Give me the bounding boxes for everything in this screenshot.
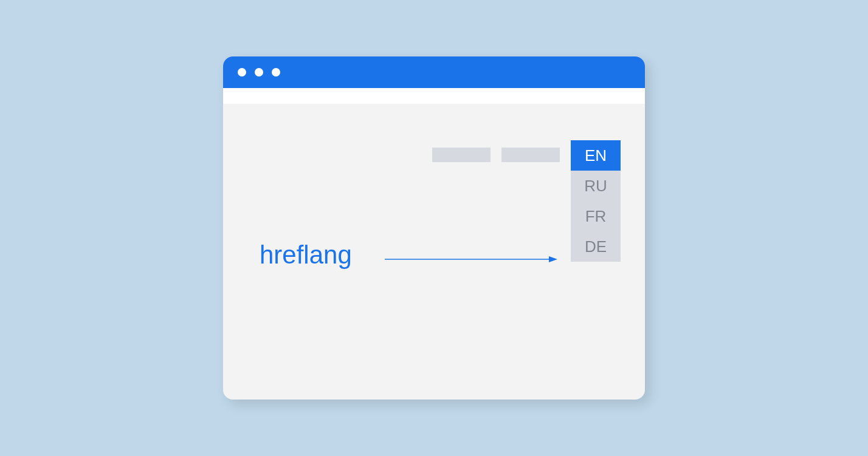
nav-row: EN RU FR DE xyxy=(432,140,621,262)
hreflang-label: hreflang xyxy=(260,240,352,270)
nav-item-placeholder[interactable] xyxy=(432,148,491,162)
language-option-selected[interactable]: EN xyxy=(571,140,621,171)
browser-window: EN RU FR DE hreflang xyxy=(223,56,645,400)
window-control-dot[interactable] xyxy=(272,68,280,77)
toolbar-strip xyxy=(223,88,645,104)
window-titlebar xyxy=(223,56,645,88)
arrow-icon xyxy=(385,256,557,263)
window-control-dot[interactable] xyxy=(238,68,246,77)
language-option[interactable]: RU xyxy=(571,171,621,201)
page-content: EN RU FR DE hreflang xyxy=(223,104,645,400)
language-dropdown[interactable]: EN RU FR DE xyxy=(571,140,621,262)
language-option[interactable]: FR xyxy=(571,201,621,231)
window-control-dot[interactable] xyxy=(255,68,263,77)
svg-marker-1 xyxy=(549,256,557,262)
nav-item-placeholder[interactable] xyxy=(501,148,560,162)
language-option[interactable]: DE xyxy=(571,231,621,262)
